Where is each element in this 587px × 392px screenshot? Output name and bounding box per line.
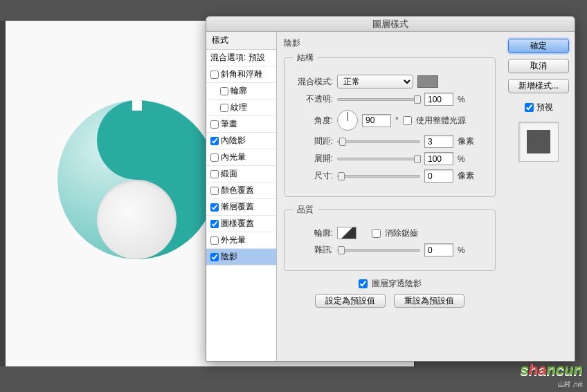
structure-group: 結構 混合模式: 正常 不透明: % 角度: ° <box>284 52 496 197</box>
panel-title: 陰影 <box>284 37 496 49</box>
style-checkbox[interactable] <box>210 253 219 261</box>
style-item-5[interactable]: 內光暈 <box>206 149 276 166</box>
new-style-button[interactable]: 新增樣式... <box>508 79 569 93</box>
opacity-input[interactable] <box>424 93 453 106</box>
style-checkbox[interactable] <box>210 220 219 228</box>
style-checkbox[interactable] <box>210 203 219 212</box>
dialog-title: 圖層樣式 <box>206 17 575 32</box>
blend-options-row[interactable]: 混合選項: 預設 <box>206 50 276 66</box>
contour-picker[interactable] <box>337 227 356 239</box>
preview-thumbnail <box>518 122 559 162</box>
size-input[interactable] <box>424 169 453 183</box>
style-checkbox[interactable] <box>220 104 228 112</box>
shadow-color-swatch[interactable] <box>417 75 438 88</box>
opacity-slider[interactable] <box>337 98 420 101</box>
style-item-9[interactable]: 圖樣覆蓋 <box>206 216 276 232</box>
artwork-preview <box>57 100 217 259</box>
noise-slider[interactable] <box>337 249 420 252</box>
cancel-button[interactable]: 取消 <box>508 59 569 73</box>
antialias-checkbox[interactable] <box>372 229 381 238</box>
size-slider[interactable] <box>337 175 420 178</box>
knockout-checkbox[interactable] <box>359 279 368 288</box>
blend-mode-select[interactable]: 正常 <box>337 75 413 88</box>
style-checkbox[interactable] <box>210 137 219 145</box>
style-item-6[interactable]: 緞面 <box>206 166 276 183</box>
styles-list: 樣式 混合選項: 預設 斜角和浮雕輪廓紋理筆畫內陰影內光暈緞面顏色覆蓋漸層覆蓋圖… <box>206 32 277 361</box>
style-item-2[interactable]: 紋理 <box>206 100 276 116</box>
style-item-4[interactable]: 內陰影 <box>206 133 276 149</box>
spread-input[interactable] <box>424 152 453 165</box>
layer-style-dialog: 圖層樣式 樣式 混合選項: 預設 斜角和浮雕輪廓紋理筆畫內陰影內光暈緞面顏色覆蓋… <box>206 16 575 362</box>
style-item-7[interactable]: 顏色覆蓋 <box>206 183 276 199</box>
style-checkbox[interactable] <box>220 87 228 95</box>
style-item-3[interactable]: 筆畫 <box>206 116 276 133</box>
preview-checkbox[interactable] <box>525 103 534 112</box>
style-checkbox[interactable] <box>210 187 219 195</box>
watermark: shancun 山村 .net <box>520 361 583 388</box>
angle-input[interactable] <box>362 114 391 127</box>
angle-dial[interactable] <box>337 110 358 131</box>
settings-panel: 陰影 結構 混合模式: 正常 不透明: % 角度: <box>277 32 503 361</box>
style-item-1[interactable]: 輪廓 <box>206 83 276 100</box>
style-item-8[interactable]: 漸層覆蓋 <box>206 199 276 216</box>
style-checkbox[interactable] <box>210 236 219 245</box>
style-checkbox[interactable] <box>210 170 219 178</box>
distance-slider[interactable] <box>337 140 420 143</box>
make-default-button[interactable]: 設定為預設值 <box>315 294 386 308</box>
global-light-checkbox[interactable] <box>403 116 412 125</box>
distance-input[interactable] <box>424 135 453 148</box>
style-item-11[interactable]: 陰影 <box>206 249 276 265</box>
style-item-10[interactable]: 外光暈 <box>206 232 276 249</box>
quality-group: 品質 輪廓: 消除鋸齒 雜訊: % <box>284 204 496 271</box>
spread-slider[interactable] <box>337 158 420 160</box>
style-checkbox[interactable] <box>210 71 219 79</box>
styles-header[interactable]: 樣式 <box>206 32 276 50</box>
style-item-0[interactable]: 斜角和浮雕 <box>206 66 276 83</box>
reset-default-button[interactable]: 重設為預設值 <box>394 294 464 308</box>
noise-input[interactable] <box>424 243 453 256</box>
style-checkbox[interactable] <box>210 153 219 162</box>
dialog-buttons: 確定 取消 新增樣式... 預視 <box>503 32 575 361</box>
style-checkbox[interactable] <box>210 120 219 129</box>
ok-button[interactable]: 確定 <box>508 39 569 53</box>
